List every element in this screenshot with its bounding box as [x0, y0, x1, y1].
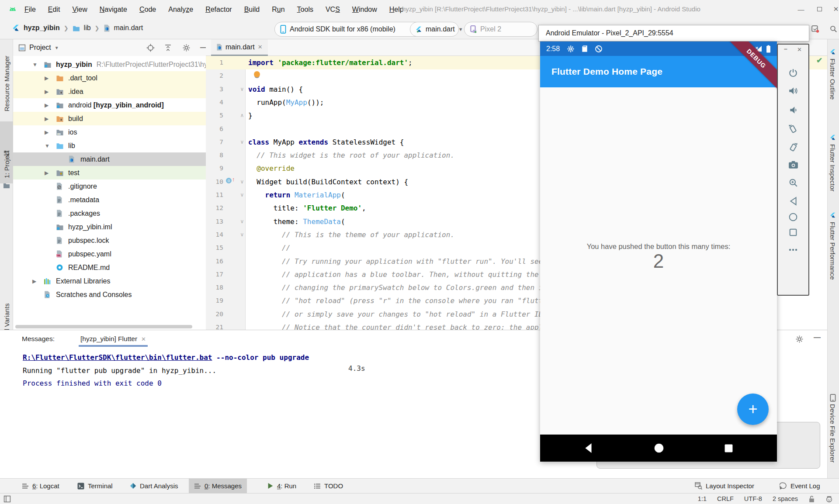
menu-view[interactable]: View [67, 4, 92, 15]
toolwindow-button-todo[interactable]: TODO [309, 479, 348, 493]
menu-edit[interactable]: Edit [43, 4, 66, 15]
tree-item-ios[interactable]: ▶ios [13, 125, 206, 139]
toolwindow-button-0-messages[interactable]: 0: Messages [189, 479, 247, 493]
emu-more-button[interactable] [787, 244, 799, 255]
nav-overview-icon[interactable] [724, 444, 733, 453]
menu-code[interactable]: Code [134, 4, 161, 15]
emu-home-button[interactable] [787, 211, 799, 223]
toolwindow-button-4-run[interactable]: 4: Run [262, 479, 302, 493]
line-ending[interactable]: CRLF [717, 495, 734, 502]
tree-item-hyzp-yibin-iml[interactable]: hyzp_yibin.iml [13, 220, 206, 234]
override-marker-icon[interactable]: o [226, 178, 232, 183]
tree-item-pubspec-lock[interactable]: pubspec.lock [13, 234, 206, 247]
collapse-arrow-icon[interactable]: ▼ [45, 143, 50, 149]
inspection-ok-icon[interactable]: ✔ [816, 56, 822, 65]
window-maximize-button[interactable] [813, 3, 826, 15]
tree-item--gitignore[interactable]: .gitignore [13, 180, 206, 193]
run-config-dropdown[interactable]: main.dart ▼ [410, 22, 459, 37]
breadcrumb-project[interactable]: hyzp_yibin [24, 24, 60, 32]
fold-marker-icon[interactable]: ∧ [239, 109, 245, 122]
toolwindow-toggle-icon[interactable] [3, 495, 11, 503]
menu-tools[interactable]: Tools [292, 4, 319, 15]
window-close-button[interactable]: ✕ [829, 3, 839, 15]
fold-marker-icon[interactable]: ∨ [239, 135, 245, 149]
sync-icon[interactable] [811, 25, 819, 33]
tree-item-test[interactable]: ▶test [13, 166, 206, 180]
unlock-icon[interactable] [808, 495, 815, 503]
tree-item-build[interactable]: ▶build [13, 112, 206, 125]
tree-item--idea[interactable]: ▶.idea [13, 85, 206, 98]
menu-navigate[interactable]: Navigate [94, 4, 132, 15]
tab-flutter-console[interactable]: [hyzp_yibin] Flutter ✕ [79, 330, 148, 348]
emulator-close-button[interactable]: ✕ [797, 46, 802, 53]
toolwindow-button-layout-inspector[interactable]: Layout Inspector [690, 479, 759, 493]
tree-item--packages[interactable]: .packages [13, 207, 206, 220]
fab-add-button[interactable]: + [737, 394, 769, 425]
emu-volume-up-button[interactable] [787, 85, 799, 97]
menu-build[interactable]: Build [239, 4, 265, 15]
toolwindow-button-dart-analysis[interactable]: Dart Analysis [125, 479, 184, 493]
emu-rotate-left-button[interactable] [787, 123, 799, 135]
fold-marker-icon[interactable]: ∨ [239, 188, 245, 202]
sidebar-item-device-file-explorer[interactable]: Device File Explorer [829, 404, 836, 463]
sidebar-item-flutter-inspector[interactable]: Flutter Inspector [829, 144, 836, 191]
device-selector-dropdown[interactable]: Android SDK built for x86 (mobile) ▼ [274, 22, 423, 37]
search-icon[interactable] [829, 25, 838, 33]
tree-item-hyzp-yibin[interactable]: ▼hyzp_yibinR:\FlutterProject\FlutterProj… [13, 58, 206, 71]
sidebar-item-flutter-outline[interactable]: Flutter Outline [829, 59, 836, 100]
collapse-arrow-icon[interactable]: ▼ [32, 62, 38, 68]
device-mirror-button[interactable]: Pixel 2 [464, 22, 537, 37]
emu-overview-button[interactable] [787, 227, 799, 238]
collapse-all-icon[interactable] [164, 44, 172, 52]
emulator-minimize-button[interactable]: – [784, 45, 787, 52]
fold-marker-icon[interactable]: ∨ [239, 215, 245, 228]
fold-marker-icon[interactable]: ∨ [239, 83, 245, 96]
nav-back-icon[interactable] [584, 443, 593, 453]
tree-item-lib[interactable]: ▼lib [13, 139, 206, 152]
fold-marker-icon[interactable]: ∨ [239, 228, 245, 242]
expand-arrow-icon[interactable]: ▶ [45, 102, 49, 108]
lightbulb-icon[interactable] [254, 71, 260, 77]
horizontal-scrollbar[interactable] [15, 325, 192, 328]
tree-item--dart-tool[interactable]: ▶.dart_tool [13, 71, 206, 85]
tree-item--metadata[interactable]: .metadata [13, 193, 206, 207]
sidebar-item-flutter-performance[interactable]: Flutter Performance [829, 222, 836, 280]
emu-camera-button[interactable] [787, 159, 799, 170]
expand-arrow-icon[interactable]: ▶ [32, 278, 36, 284]
user-agent-icon[interactable] [825, 495, 833, 503]
menu-refactor[interactable]: Refactor [200, 4, 237, 15]
emulator-titlebar[interactable]: Android Emulator - Pixel_2_API_29:5554 [538, 25, 809, 41]
menu-vcs[interactable]: VCS [320, 4, 345, 15]
expand-arrow-icon[interactable]: ▶ [45, 75, 49, 81]
breadcrumb-lib[interactable]: lib [84, 24, 91, 32]
expand-arrow-icon[interactable]: ▶ [45, 170, 49, 176]
tree-item-scratches-and-consoles[interactable]: Scratches and Consoles [13, 288, 206, 301]
gear-icon[interactable] [182, 44, 191, 52]
indent-setting[interactable]: 2 spaces [773, 495, 798, 502]
emu-volume-down-button[interactable] [787, 104, 799, 116]
file-encoding[interactable]: UTF-8 [744, 495, 762, 502]
tree-item-readme-md[interactable]: README.md [13, 261, 206, 274]
tree-item-main-dart[interactable]: main.dart [13, 152, 206, 166]
tree-item-android[interactable]: ▶android [hyzp_yibin_android] [13, 98, 206, 112]
hide-panel-icon[interactable]: — [200, 44, 206, 52]
tree-item-pubspec-yaml[interactable]: YMLpubspec.yaml [13, 247, 206, 261]
project-panel-title[interactable]: Project [29, 44, 51, 52]
fold-marker-icon[interactable]: ∨ [239, 175, 245, 189]
expand-arrow-icon[interactable]: ▶ [45, 116, 49, 122]
nav-home-icon[interactable] [654, 443, 664, 453]
toolwindow-button-terminal[interactable]: Terminal [72, 479, 118, 493]
window-minimize-button[interactable]: — [794, 3, 808, 15]
close-icon[interactable]: ✕ [258, 44, 263, 50]
close-icon[interactable]: ✕ [141, 336, 146, 342]
toolwindow-button-6-logcat[interactable]: 6: Logcat [17, 479, 65, 493]
tab-main-dart[interactable]: main.dart ✕ [211, 39, 268, 56]
breadcrumb-file[interactable]: main.dart [114, 24, 143, 32]
emu-power-button[interactable] [787, 67, 799, 79]
expand-arrow-icon[interactable]: ▶ [45, 129, 49, 135]
emulator-screen[interactable]: 2:58 Flutter Demo Home Page DEBUG You ha… [540, 41, 777, 462]
hide-panel-icon[interactable]: — [814, 334, 821, 342]
emu-back-button[interactable] [787, 195, 799, 207]
menu-window[interactable]: Window [347, 4, 382, 15]
sidebar-item-project[interactable]: 1: Project [3, 151, 10, 178]
